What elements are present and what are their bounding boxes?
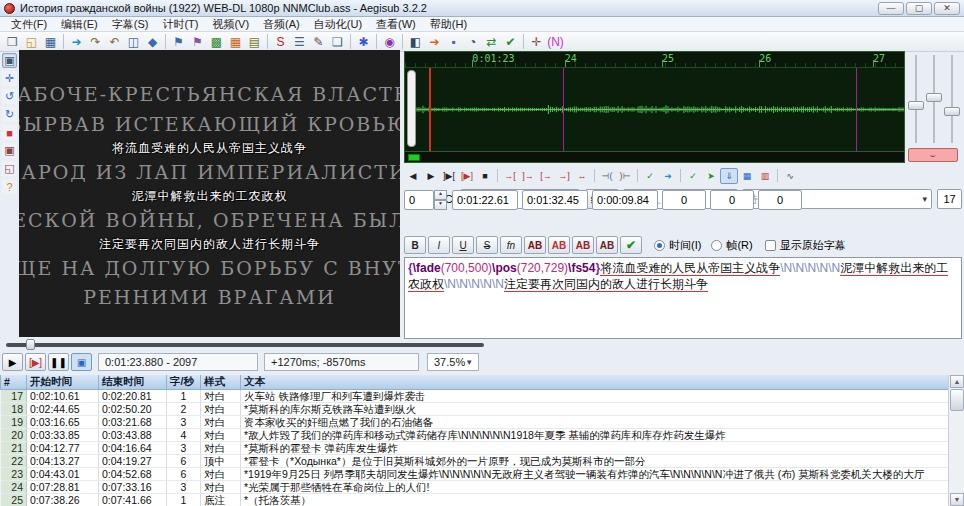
- translation-assistant-icon[interactable]: ⚑: [188, 33, 207, 50]
- subtitle-row[interactable]: 180:02:44.650:02:50.202对白*莫斯科的库尔斯克铁路车站遭到…: [1, 403, 949, 416]
- strikeout-button[interactable]: S: [476, 236, 498, 254]
- scroll-up-icon[interactable]: ▲: [950, 375, 964, 388]
- add-lead-out-button[interactable]: )⊢: [616, 168, 634, 184]
- subtitle-row[interactable]: 210:04:12.770:04:16.643对白*莫斯科的霍登卡 弹药库发生爆…: [1, 442, 949, 455]
- video-details-icon[interactable]: ◧: [406, 33, 425, 50]
- play-before-end-button[interactable]: [→: [537, 168, 555, 184]
- vertical-zoom-slider[interactable]: [926, 55, 942, 143]
- layer-field[interactable]: 0: [404, 190, 434, 210]
- shift-times-icon[interactable]: ◫: [124, 33, 143, 50]
- go-to-selection-button[interactable]: ➜: [659, 168, 677, 184]
- menu-item-字幕[interactable]: 字幕(S): [105, 17, 156, 32]
- seek-video-icon[interactable]: ➔: [425, 33, 444, 50]
- audio-scroll-thumb[interactable]: [408, 154, 420, 161]
- check-updates-icon[interactable]: ✔: [501, 33, 520, 50]
- properties-icon[interactable]: ☰: [290, 33, 309, 50]
- scroll-down-icon[interactable]: ▼: [950, 493, 964, 506]
- styles-manager-icon[interactable]: ▩: [207, 33, 226, 50]
- visual-help[interactable]: ?: [2, 179, 17, 194]
- grid-header-#[interactable]: #: [1, 375, 27, 390]
- primary-color-button[interactable]: AB: [524, 236, 546, 254]
- slider-thumb[interactable]: [944, 107, 960, 116]
- audio-waveform[interactable]: 0:01:2324252627: [404, 51, 905, 152]
- automation-icon[interactable]: ✱: [354, 33, 373, 50]
- stop-button[interactable]: ■: [476, 168, 494, 184]
- subtitle-row[interactable]: 250:07:38.260:07:41.661底注*（托洛茨基）: [1, 494, 949, 506]
- grid-header-结束时间[interactable]: 结束时间: [99, 375, 167, 390]
- minimize-button[interactable]: —: [878, 2, 904, 15]
- vertical-link-button[interactable]: ⌣: [908, 148, 958, 162]
- grid-scroll-thumb[interactable]: [950, 389, 964, 411]
- menu-item-计时[interactable]: 计时(T): [155, 17, 205, 32]
- save-subtitles-icon[interactable]: ▦: [41, 33, 60, 50]
- keyframe-marker[interactable]: [856, 68, 857, 151]
- menu-item-帮助[interactable]: 帮助(H): [423, 17, 474, 32]
- frame-radio[interactable]: 帧(R): [711, 235, 752, 255]
- rotate-z-tool[interactable]: ↺: [2, 89, 17, 104]
- play-500ms-button[interactable]: ↔: [573, 168, 591, 184]
- frame-step-icon[interactable]: ▪: [444, 33, 463, 50]
- open-subtitles-icon[interactable]: ◱: [22, 33, 41, 50]
- audio-scrollbar[interactable]: [404, 152, 905, 163]
- spin-up-icon[interactable]: ▲: [434, 190, 447, 200]
- play-selection-button[interactable]: ]▶[: [440, 168, 458, 184]
- video-zoom-select[interactable]: 37.5% ▼: [427, 353, 479, 371]
- subtitle-row[interactable]: 200:03:33.850:03:43.884对白*敌人炸毁了我们的弹药库和移动…: [1, 429, 949, 442]
- selection-start-marker[interactable]: [429, 68, 431, 151]
- grid-header-开始时间[interactable]: 开始时间: [27, 375, 99, 390]
- play-line-button[interactable]: [▶]: [25, 353, 46, 371]
- end-time-field[interactable]: 0:01:32.45: [522, 190, 588, 210]
- play-before-start-button[interactable]: →[: [501, 168, 519, 184]
- rotate-xy-tool[interactable]: ↻: [2, 107, 17, 122]
- jump-to-icon[interactable]: ➜: [67, 33, 86, 50]
- slider-thumb[interactable]: [908, 101, 924, 110]
- layer-spinner[interactable]: ▲ ▼: [434, 190, 447, 210]
- margin-vertical-field[interactable]: 0: [758, 190, 802, 210]
- subtitle-row[interactable]: 170:02:10.610:02:20.811对白火车站 铁路修理厂和列车遭到爆…: [1, 390, 949, 403]
- select-lines-icon[interactable]: ❏: [328, 33, 347, 50]
- kanji-timer-icon[interactable]: ⇄: [482, 33, 501, 50]
- drag-tool[interactable]: ✛: [2, 71, 17, 86]
- start-time-field[interactable]: 0:01:22.61: [452, 190, 518, 210]
- play-line-button[interactable]: [▶]: [458, 168, 476, 184]
- vector-clip-tool[interactable]: ◱: [2, 161, 17, 176]
- auto-commit-toggle[interactable]: ✓: [684, 168, 702, 184]
- outline-color-button[interactable]: AB: [572, 236, 594, 254]
- commit-button[interactable]: ✓: [641, 168, 659, 184]
- duration-field[interactable]: 0:00:09.84: [592, 190, 658, 210]
- underline-button[interactable]: U: [452, 236, 474, 254]
- shadow-color-button[interactable]: AB: [596, 236, 618, 254]
- clip-tool[interactable]: ▣: [2, 143, 17, 158]
- styling-assistant-icon[interactable]: ⚑: [169, 33, 188, 50]
- subtitle-edit-box[interactable]: {\fade(700,500)\pos(720,729)\fs54}将流血受难的…: [404, 257, 962, 339]
- menu-item-视频[interactable]: 视频(V): [205, 17, 256, 32]
- horizontal-zoom-slider[interactable]: [908, 55, 924, 143]
- menu-item-编辑[interactable]: 编辑(E): [54, 17, 105, 32]
- edit-line-icon[interactable]: ✎: [309, 33, 328, 50]
- preferences-icon[interactable]: ◉: [380, 33, 399, 50]
- standard-mode-tool[interactable]: ▣: [2, 53, 17, 68]
- subtitle-row[interactable]: 190:03:16.650:03:21.683对白资本家收买的奸细点燃了我们的石…: [1, 416, 949, 429]
- auto-scroll-toggle[interactable]: ⇓: [720, 168, 738, 184]
- menu-item-文件[interactable]: 文件(F): [4, 17, 54, 32]
- fonts-collector-icon[interactable]: ▤: [245, 33, 264, 50]
- spell-checker-icon[interactable]: S: [271, 33, 290, 50]
- auto-next-toggle[interactable]: ➤: [702, 168, 720, 184]
- play-after-start-button[interactable]: ]→: [519, 168, 537, 184]
- commit-button[interactable]: ✔: [620, 236, 642, 254]
- bold-button[interactable]: B: [404, 236, 426, 254]
- show-original-checkbox[interactable]: 显示原始字幕: [765, 235, 846, 255]
- auto-seek-toggle[interactable]: ▣: [71, 353, 92, 371]
- snap-start-to-video-icon[interactable]: ↷: [86, 33, 105, 50]
- keyframe-marker[interactable]: [563, 68, 564, 151]
- add-lead-in-button[interactable]: ⊣(: [598, 168, 616, 184]
- subtitle-row[interactable]: 230:04:43.010:04:52.686对白*1919年9月25日 列昂季…: [1, 468, 949, 481]
- secondary-color-button[interactable]: AB: [548, 236, 570, 254]
- snap-end-to-video-icon[interactable]: ↶: [105, 33, 124, 50]
- grid-header-文本[interactable]: 文本: [241, 375, 949, 390]
- play-backward-button[interactable]: ◀: [404, 168, 422, 184]
- grid-header-row[interactable]: #开始时间结束时间字/秒样式文本: [1, 375, 949, 390]
- menu-item-音频[interactable]: 音频(A): [256, 17, 307, 32]
- spin-down-icon[interactable]: ▼: [434, 200, 447, 210]
- play-forward-button[interactable]: ▶: [422, 168, 440, 184]
